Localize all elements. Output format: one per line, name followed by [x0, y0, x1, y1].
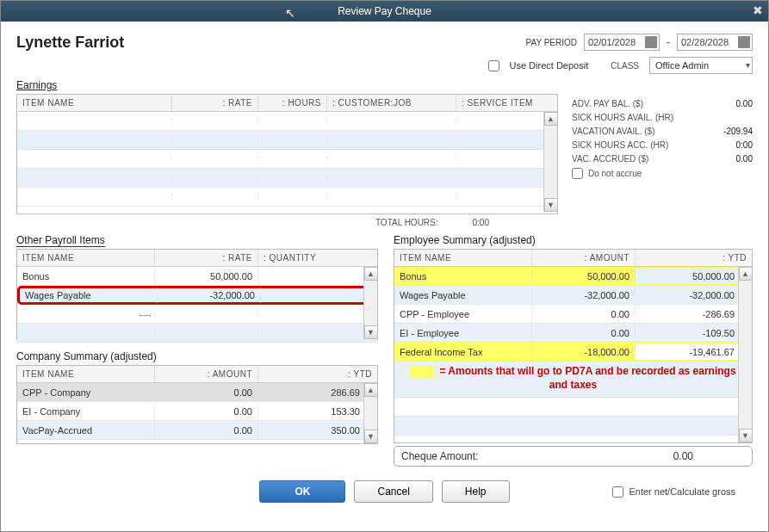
pay-period-label: PAY PERIOD: [526, 38, 577, 47]
total-hours-row: TOTAL HOURS: 0:00: [16, 214, 558, 231]
do-not-accrue-checkbox[interactable]: [572, 168, 583, 179]
cancel-button[interactable]: Cancel: [354, 480, 432, 503]
table-row[interactable]: [17, 188, 557, 207]
scroll-up-icon[interactable]: ▲: [544, 112, 558, 126]
table-row[interactable]: ▾: [17, 305, 377, 324]
scroll-up-icon[interactable]: ▲: [739, 267, 753, 281]
class-select[interactable]: Office Admin▾: [649, 57, 753, 74]
scrollbar[interactable]: ▲▼: [363, 383, 377, 443]
table-row[interactable]: [17, 112, 557, 131]
chevron-down-icon[interactable]: ▾: [140, 315, 151, 317]
ok-button[interactable]: OK: [259, 480, 345, 503]
table-row[interactable]: [17, 169, 557, 188]
scroll-down-icon[interactable]: ▼: [364, 325, 378, 339]
direct-deposit-label: Use Direct Deposit: [510, 60, 589, 71]
company-summary-header: ITEM NAME : AMOUNT : YTD: [17, 366, 377, 383]
earnings-table: ITEM NAME : RATE : HOURS : CUSTOMER:JOB …: [16, 94, 558, 214]
cursor-icon: ↖: [285, 6, 295, 20]
scrollbar[interactable]: ▲▼: [363, 267, 377, 339]
table-row[interactable]: [17, 150, 557, 169]
direct-deposit-checkbox[interactable]: [488, 60, 499, 71]
scroll-up-icon[interactable]: ▲: [364, 267, 378, 281]
pay-period-to[interactable]: 02/28/2028: [677, 34, 753, 51]
table-row[interactable]: EI - Company 0.00 153.30: [17, 402, 377, 421]
table-row[interactable]: [17, 324, 377, 343]
pd7a-annotation: = Amounts that will go to PD7A and be re…: [394, 362, 752, 395]
employee-summary-table: ITEM NAME : AMOUNT : YTD Bonus 50,000.00…: [394, 249, 753, 443]
close-icon[interactable]: ✖: [753, 3, 763, 17]
earnings-header: ITEM NAME : RATE : HOURS : CUSTOMER:JOB …: [17, 95, 557, 112]
date-separator: -: [667, 36, 670, 48]
table-row[interactable]: Bonus 50,000.00 50,000.00: [394, 267, 752, 286]
yellow-swatch-icon: [410, 366, 434, 378]
employee-summary-title: Employee Summary (adjusted): [394, 234, 753, 246]
employee-summary-header: ITEM NAME : AMOUNT : YTD: [394, 250, 752, 267]
table-row[interactable]: Bonus 50,000.00: [17, 267, 377, 286]
cheque-amount-label: Cheque Amount:: [401, 450, 478, 462]
chevron-down-icon: ▾: [746, 60, 750, 70]
table-row[interactable]: CPP - Employee 0.00 -286.69: [394, 305, 752, 324]
cheque-amount-value: 0.00: [673, 450, 745, 462]
earnings-title: Earnings: [16, 79, 558, 91]
scrollbar[interactable]: ▲▼: [543, 112, 557, 212]
pay-period-from[interactable]: 02/01/2028: [584, 34, 660, 51]
scroll-down-icon[interactable]: ▼: [364, 430, 378, 443]
annotation-row: = Amounts that will go to PD7A and be re…: [394, 362, 752, 398]
review-pay-cheque-window: ↖ Review Pay Cheque ✖ Lynette Farriot PA…: [0, 0, 769, 532]
stats-panel: ADV. PAY BAL. ($)0.00 SICK HOURS AVAIL. …: [572, 79, 753, 231]
scroll-up-icon[interactable]: ▲: [364, 383, 378, 397]
other-items-table: ITEM NAME : RATE : QUANTITY Bonus 50,000…: [16, 249, 378, 340]
cheque-amount-box: Cheque Amount: 0.00: [394, 446, 753, 467]
scrollbar[interactable]: ▲▼: [738, 267, 752, 442]
table-row[interactable]: Wages Payable -32,000.00 -32,000.00: [394, 286, 752, 305]
content-area: Lynette Farriot PAY PERIOD 02/01/2028 - …: [1, 22, 768, 513]
enter-net-checkbox[interactable]: [612, 486, 623, 498]
class-label: CLASS: [611, 61, 639, 71]
titlebar: ↖ Review Pay Cheque ✖: [1, 1, 768, 22]
enter-net-option[interactable]: Enter net/Calculate gross: [612, 486, 735, 498]
window-title: Review Pay Cheque: [338, 5, 431, 17]
table-row[interactable]: VacPay-Accrued 0.00 350.00: [17, 421, 377, 440]
table-row[interactable]: [394, 398, 752, 417]
wages-payable-row[interactable]: Wages Payable -32,000.00: [17, 286, 377, 305]
calendar-icon[interactable]: [738, 36, 750, 48]
scroll-down-icon[interactable]: ▼: [544, 198, 558, 212]
company-summary-table: ITEM NAME : AMOUNT : YTD CPP - Company 0…: [16, 365, 378, 444]
table-row[interactable]: CPP - Company 0.00 286.69: [17, 383, 377, 402]
company-summary-title: Company Summary (adjusted): [16, 350, 378, 362]
employee-name: Lynette Farriot: [16, 34, 124, 52]
table-row[interactable]: [17, 131, 557, 150]
table-row[interactable]: [394, 417, 752, 436]
table-row[interactable]: Federal Income Tax -18,000.00 -19,461.67: [394, 343, 752, 362]
table-row[interactable]: EI - Employee 0.00 -109.50: [394, 324, 752, 343]
other-items-header: ITEM NAME : RATE : QUANTITY: [17, 250, 377, 267]
calendar-icon[interactable]: [645, 36, 657, 48]
other-items-title: Other Payroll Items: [16, 234, 378, 246]
help-button[interactable]: Help: [442, 480, 510, 503]
scroll-down-icon[interactable]: ▼: [739, 429, 753, 442]
